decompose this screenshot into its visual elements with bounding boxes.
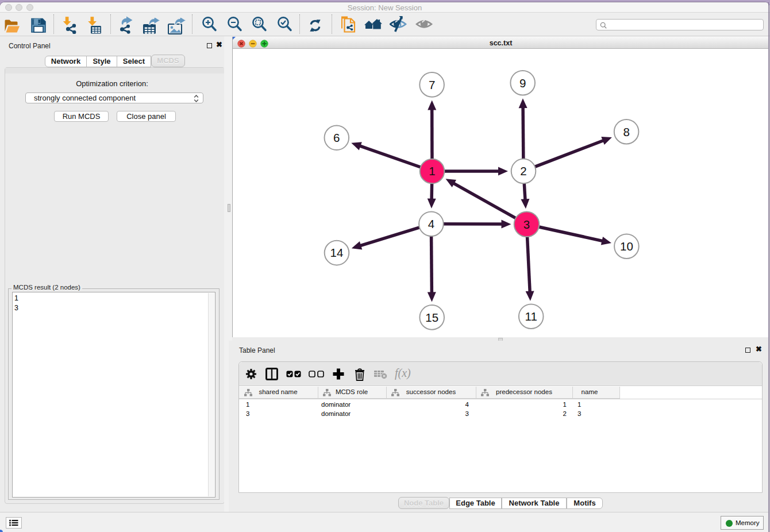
svg-text:15: 15 [425, 311, 438, 324]
svg-text:10: 10 [620, 240, 633, 253]
svg-text:11: 11 [525, 310, 537, 323]
svg-text:8: 8 [623, 125, 629, 138]
svg-text:14: 14 [330, 246, 344, 259]
svg-text:6: 6 [333, 131, 340, 144]
svg-text:1: 1 [429, 164, 435, 178]
svg-text:3: 3 [523, 218, 530, 231]
svg-text:7: 7 [429, 78, 435, 91]
svg-text:4: 4 [428, 217, 434, 230]
svg-text:2: 2 [520, 164, 526, 178]
svg-text:9: 9 [519, 76, 526, 90]
